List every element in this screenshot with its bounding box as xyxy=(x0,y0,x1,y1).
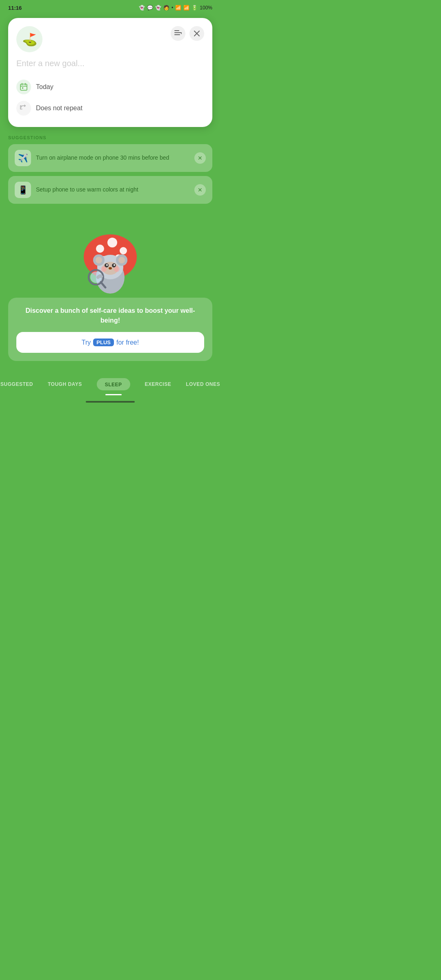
dot-indicator: • xyxy=(172,5,173,11)
goal-input-placeholder[interactable]: Enter a new goal... xyxy=(16,59,204,68)
suggestion-icon-0: ✈️ xyxy=(15,150,31,166)
modal-header: ⛳ xyxy=(16,26,204,52)
nav-label-suggested: SUGGESTED xyxy=(0,381,33,387)
svg-point-33 xyxy=(114,266,120,272)
repeat-icon xyxy=(16,101,31,116)
close-button[interactable] xyxy=(189,26,204,41)
today-option[interactable]: Today xyxy=(16,76,204,98)
suggestion-text-0: Turn on airplane mode on phone 30 mins b… xyxy=(36,154,189,162)
promo-description: Discover a bunch of self-care ideas to b… xyxy=(16,306,204,325)
svg-rect-10 xyxy=(22,87,23,89)
whatsapp-icon: 💬 xyxy=(147,5,153,11)
avatar-emoji: ⛳ xyxy=(22,32,37,47)
nav-label-sleep: SLEEP xyxy=(105,382,122,388)
nav-item-loved-ones[interactable]: LOVED ONES xyxy=(178,379,220,390)
svg-point-25 xyxy=(118,257,125,263)
svg-point-31 xyxy=(109,267,112,270)
try-plus-button[interactable]: Try PLUS for free! xyxy=(16,332,204,353)
bottom-nav: SUGGESTED TOUGH DAYS SLEEP EXERCISE LOVE… xyxy=(0,369,220,398)
svg-point-17 xyxy=(120,247,127,254)
nav-item-exercise[interactable]: EXERCISE xyxy=(138,379,179,390)
nav-item-tough-days[interactable]: TOUGH DAYS xyxy=(40,379,89,390)
svg-rect-1 xyxy=(174,32,182,33)
home-indicator xyxy=(86,401,135,403)
suggestion-close-1[interactable]: ✕ xyxy=(194,184,206,196)
suggestion-card-1[interactable]: 📱 Setup phone to use warm colors at nigh… xyxy=(8,176,212,204)
today-icon xyxy=(16,80,31,94)
svg-point-15 xyxy=(96,245,104,253)
suggestions-section: SUGGESTIONS ✈️ Turn on airplane mode on … xyxy=(0,127,220,204)
svg-point-30 xyxy=(114,264,115,266)
nav-label-loved-ones: LOVED ONES xyxy=(186,381,220,387)
battery-percent: 100% xyxy=(200,5,212,11)
suggestion-card-0[interactable]: ✈️ Turn on airplane mode on phone 30 min… xyxy=(8,144,212,172)
modal-actions xyxy=(171,26,204,41)
snapchat-icon: 👻 xyxy=(139,5,145,11)
goal-modal: ⛳ Enter a new goal... xyxy=(8,18,212,127)
suggestions-title: SUGGESTIONS xyxy=(8,135,212,140)
svg-rect-6 xyxy=(20,84,27,90)
status-bar: 11:16 👻 💬 👻 🧑 • 📶 📶 🔋 100% xyxy=(0,0,220,15)
nav-item-suggested[interactable]: SUGGESTED xyxy=(0,379,40,390)
svg-point-24 xyxy=(96,257,102,263)
promo-card: Discover a bunch of self-care ideas to b… xyxy=(8,298,212,361)
nav-label-tough-days: TOUGH DAYS xyxy=(48,381,82,387)
bitmoji-icon: 🧑 xyxy=(163,5,169,11)
snapchat2-icon: 👻 xyxy=(155,5,161,11)
promo-button-suffix: for free! xyxy=(116,339,139,346)
suggestion-close-0[interactable]: ✕ xyxy=(194,152,206,164)
promo-button-prefix: Try xyxy=(82,339,91,346)
mascot-area xyxy=(0,208,220,298)
status-time: 11:16 xyxy=(8,5,22,11)
battery-icon: 🔋 xyxy=(192,5,198,11)
svg-point-32 xyxy=(101,266,107,272)
mascot-illustration xyxy=(78,224,143,298)
plus-badge: PLUS xyxy=(93,339,114,346)
svg-point-16 xyxy=(107,238,117,247)
goal-avatar: ⛳ xyxy=(16,26,42,52)
suggestion-text-1: Setup phone to use warm colors at night xyxy=(36,186,189,194)
today-label: Today xyxy=(36,83,53,91)
suggestion-icon-1: 📱 xyxy=(15,182,31,198)
status-icons: 👻 💬 👻 🧑 • 📶 📶 🔋 100% xyxy=(139,5,212,11)
nav-label-exercise: EXERCISE xyxy=(145,381,172,387)
svg-point-29 xyxy=(106,264,108,266)
repeat-label: Does not repeat xyxy=(36,105,82,112)
repeat-option[interactable]: Does not repeat xyxy=(16,98,204,119)
list-button[interactable] xyxy=(171,26,185,41)
svg-rect-2 xyxy=(174,34,180,35)
signal-icon: 📶 xyxy=(183,5,189,11)
nav-item-sleep[interactable]: SLEEP xyxy=(89,376,138,393)
wifi-icon: 📶 xyxy=(175,5,181,11)
svg-rect-0 xyxy=(174,30,179,31)
